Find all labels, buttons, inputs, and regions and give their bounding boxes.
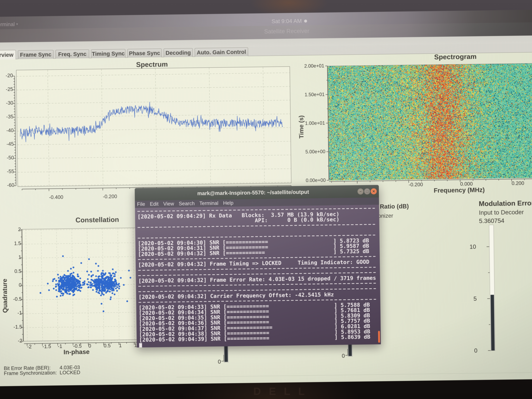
terminal-window: mark@mark-Inspiron-5570: ~/satellite/out… — [135, 185, 381, 348]
constellation-x-tick-label: -2 — [27, 344, 27, 350]
spectrogram-x-tick-label: 0.000 — [460, 181, 460, 187]
snr-gauge-axis — [345, 354, 348, 360]
spectrogram-x-tick-label: 0.200 — [512, 181, 512, 186]
terminal-menu-terminal[interactable]: Terminal — [199, 200, 218, 206]
tab-decoding[interactable]: Decoding — [164, 48, 193, 57]
spectrum-y-axis — [7, 69, 18, 188]
spectrum-x-tick-label: -0.200 — [103, 194, 103, 200]
terminal-menu-search[interactable]: Search — [179, 201, 195, 207]
terminal-menu-view[interactable]: View — [163, 201, 174, 207]
spectrogram-title: Spectrogram — [434, 52, 477, 61]
terminal-scrollbar[interactable] — [378, 331, 380, 343]
close-button[interactable]: ✕ — [371, 188, 377, 195]
frame-sync-label: Frame Synchronization: — [4, 370, 57, 376]
constellation-y-tick-label: 0.5 — [3, 268, 21, 274]
chevron-down-icon: ▾ — [16, 22, 18, 26]
mer-gauge-tick-label: 10 — [468, 243, 476, 250]
tab-overview[interactable]: Overview — [0, 50, 16, 60]
tab-label: Freq. Sync — [58, 51, 86, 57]
spectrogram-x-axis-title: Frequency (MHz) — [434, 186, 485, 194]
constellation-y-tick-label: -1 — [3, 310, 22, 316]
left-gauge-axis — [221, 360, 224, 365]
tab-label: Frame Sync — [20, 51, 51, 58]
constellation-y-tick-label: 2 — [2, 227, 21, 233]
terminal-cursor — [139, 343, 142, 348]
tab-label: Timing Sync — [92, 51, 125, 57]
tab-label: Auto. Gain Control — [197, 49, 246, 56]
minimize-button[interactable]: − — [357, 188, 364, 195]
constellation-x-tick-label: -1.5 — [42, 344, 43, 349]
app-window-title: Satellite Receiver — [264, 28, 309, 35]
spectrogram-y-tick-label: 1.50e+01 — [305, 92, 325, 97]
close-icon: ✕ — [372, 190, 375, 193]
constellation-x-axis-title: In-phase — [63, 348, 90, 356]
mer-gauge-axis — [477, 222, 491, 354]
minimize-icon: − — [360, 190, 362, 193]
spectrogram-plot — [328, 63, 532, 180]
maximize-icon: □ — [366, 190, 368, 193]
laptop-brand-logo: DELL — [253, 385, 313, 397]
constellation-y-tick-label: -1.5 — [4, 324, 22, 330]
frame-sync-value: LOCKED — [60, 370, 80, 375]
constellation-x-tick-label: 0 — [88, 343, 89, 349]
spectrogram-y-axis-title: Time (s) — [298, 115, 305, 139]
tab-label: Overview — [0, 52, 13, 58]
spectrogram-y-tick-label: 1.00e+01 — [305, 120, 325, 126]
spectrogram-y-tick-label: 5.00e+00 — [305, 149, 325, 155]
mer-gauge-fill — [491, 295, 495, 350]
mer-gauge-tick-label: 5 — [469, 295, 477, 302]
spectrum-title: Spectrum — [136, 60, 168, 69]
topbar-clock[interactable]: Sat 9:04 AM — [272, 18, 307, 25]
topbar-active-app-menu[interactable]: Terminal ▾ — [0, 21, 18, 27]
constellation-y-tick-label: 0 — [3, 282, 22, 288]
notification-dot-icon — [304, 20, 307, 23]
constellation-x-tick-label: -0.5 — [73, 343, 73, 349]
tab-label: Decoding — [166, 50, 191, 56]
constellation-y-tick-label: -0.5 — [3, 296, 22, 302]
maximize-button[interactable]: □ — [364, 188, 370, 195]
snr-gauge-zero-label: 0 — [340, 353, 345, 359]
terminal-body[interactable]: [2020-05-02 09:04:29] Rx Data Blocks: 3.… — [135, 205, 381, 347]
tab-auto-gain-control[interactable]: Auto. Gain Control — [195, 47, 248, 57]
spectrum-plot — [16, 66, 291, 187]
mer-panel-subtitle: Input to Decoder — [479, 209, 524, 216]
terminal-title: mark@mark-Inspiron-5570: ~/satellite/out… — [197, 189, 309, 196]
spectrogram-y-tick-label: 2.00e+01 — [304, 63, 324, 69]
constellation-x-tick-label: 1 — [119, 343, 119, 348]
spectrogram-x-tick-label: -0.200 — [409, 182, 409, 188]
constellation-y-tick-label: 1.5 — [2, 241, 21, 247]
constellation-y-tick-label: -2 — [4, 338, 22, 344]
terminal-menu-file[interactable]: File — [137, 201, 145, 207]
photo-of-laptop-screen: DELL Terminal ▾ Sat 9:04 AM Satellite Re… — [0, 0, 532, 399]
tab-label: Phase Sync — [129, 50, 160, 57]
window-bottom-separator — [177, 372, 532, 377]
spectrum-x-tick-label: -0.400 — [49, 195, 49, 200]
tab-phase-sync[interactable]: Phase Sync — [127, 49, 162, 58]
spectrogram-image — [328, 63, 532, 181]
terminal-log: [2020-05-02 09:04:29] Rx Data Blocks: 3.… — [137, 206, 379, 348]
tab-timing-sync[interactable]: Timing Sync — [91, 49, 126, 58]
mer-gauge-tick-label: 0 — [469, 347, 477, 354]
left-gauge-zero-label: 0 — [215, 359, 221, 365]
spectrogram-y-tick-label: 0.00e+00 — [306, 177, 326, 183]
terminal-menu-help[interactable]: Help — [223, 200, 234, 206]
tab-freq-sync[interactable]: Freq. Sync — [55, 50, 89, 59]
constellation-title: Constellation — [76, 215, 119, 224]
constellation-y-tick-label: 1 — [3, 254, 21, 260]
mer-panel-title: Modulation Error Ratio — [479, 199, 532, 208]
laptop-screen: Terminal ▾ Sat 9:04 AM Satellite Receive… — [0, 10, 532, 386]
tab-frame-sync[interactable]: Frame Sync — [18, 50, 54, 59]
terminal-menu-edit[interactable]: Edit — [150, 201, 158, 207]
